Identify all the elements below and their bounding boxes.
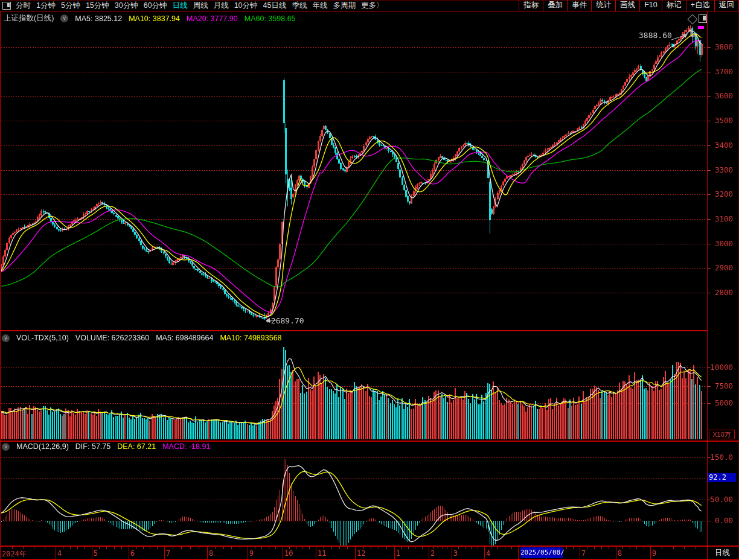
legend-item: MACD: -18.91 xyxy=(162,442,210,451)
legend-item: MA5: 698489664 xyxy=(156,334,213,342)
period-tab-周线[interactable]: 周线 xyxy=(193,1,208,11)
tool-menu: 指标叠加事件统计画线F10标记+自选返回 xyxy=(519,0,739,11)
legend-item: MA10: 749893568 xyxy=(220,334,281,342)
period-tab-季线[interactable]: 季线 xyxy=(292,1,307,11)
cursor-date-badge: 2025/05/08/四 xyxy=(520,547,563,558)
collapse-macd-icon[interactable]: ∨ xyxy=(2,443,10,451)
macd-legend: MACD(12,26,9)DIF: 57.75DEA: 67.21MACD: -… xyxy=(16,442,210,451)
volume-unit-label: X10万 xyxy=(709,430,735,439)
period-tab-60分钟[interactable]: 60分钟 xyxy=(144,1,167,11)
legend-item: MA60: 3598.65 xyxy=(245,14,296,23)
period-tab-更多〉[interactable]: 更多〉 xyxy=(361,1,384,11)
period-tab-10分钟[interactable]: 10分钟 xyxy=(234,1,258,11)
macd-axis-highlight-badge: 92.2 xyxy=(708,473,736,482)
chart-canvas[interactable] xyxy=(0,0,739,560)
tool-统计[interactable]: 统计 xyxy=(591,0,615,11)
tool-返回[interactable]: 返回 xyxy=(714,0,739,11)
period-tab-分时[interactable]: 分时 xyxy=(16,1,31,11)
collapse-main-icon[interactable]: ∨ xyxy=(60,14,68,22)
legend-item: MA10: 3837.94 xyxy=(129,14,180,23)
legend-item: DEA: 67.21 xyxy=(117,442,156,451)
period-corner-label: 日线 xyxy=(708,547,737,558)
period-tab-年线[interactable]: 年线 xyxy=(312,1,327,11)
legend-item: VOL-TDX(5,10) xyxy=(16,334,69,342)
tool-+自选[interactable]: +自选 xyxy=(686,0,714,11)
volume-pane-header: ∨ VOL-TDX(5,10)VOLUME: 626223360MA5: 698… xyxy=(2,334,282,342)
period-tab-30分钟[interactable]: 30分钟 xyxy=(115,1,138,11)
magenta-marker xyxy=(698,26,704,29)
period-tab-日线[interactable]: 日线 xyxy=(173,1,188,11)
tool-F10[interactable]: F10 xyxy=(639,0,662,11)
window-panel-icon[interactable] xyxy=(2,2,11,10)
macd-pane-header: ∨ MACD(12,26,9)DIF: 57.75DEA: 67.21MACD:… xyxy=(2,442,210,451)
period-tab-1分钟[interactable]: 1分钟 xyxy=(36,1,56,11)
legend-item: MA5: 3825.12 xyxy=(75,14,122,23)
main-chart-header: 上证指数(日线) ∨ MA5: 3825.12MA10: 3837.94MA20… xyxy=(4,13,296,24)
volume-legend: VOL-TDX(5,10)VOLUME: 626223360MA5: 69848… xyxy=(16,334,282,342)
symbol-title: 上证指数(日线) xyxy=(4,13,54,24)
tool-事件[interactable]: 事件 xyxy=(567,0,591,11)
tool-画线[interactable]: 画线 xyxy=(615,0,639,11)
period-tab-月线[interactable]: 月线 xyxy=(214,1,229,11)
legend-item: MACD(12,26,9) xyxy=(16,442,69,451)
period-tab-5分钟[interactable]: 5分钟 xyxy=(61,1,80,11)
period-tab-45日线[interactable]: 45日线 xyxy=(263,1,287,11)
tool-叠加[interactable]: 叠加 xyxy=(543,0,567,11)
tdx-stock-app: { "top_menu": { "items": [ {"label":"分时"… xyxy=(0,0,739,560)
mini-panel-icon[interactable] xyxy=(699,14,707,23)
period-tabs: 分时1分钟5分钟15分钟30分钟60分钟日线周线月线10分钟45日线季线年线多周… xyxy=(16,1,389,11)
period-toolbar: 分时1分钟5分钟15分钟30分钟60分钟日线周线月线10分钟45日线季线年线多周… xyxy=(0,0,739,11)
tool-指标[interactable]: 指标 xyxy=(519,0,543,11)
legend-item: DIF: 57.75 xyxy=(75,442,110,451)
tool-标记[interactable]: 标记 xyxy=(662,0,686,11)
period-tab-15分钟[interactable]: 15分钟 xyxy=(86,1,109,11)
period-tab-多周期[interactable]: 多周期 xyxy=(333,1,356,11)
legend-item: MA20: 3777.90 xyxy=(187,14,238,23)
collapse-volume-icon[interactable]: ∨ xyxy=(2,334,10,342)
legend-item: VOLUME: 626223360 xyxy=(75,334,149,342)
main-legend: MA5: 3825.12MA10: 3837.94MA20: 3777.90MA… xyxy=(75,14,295,23)
